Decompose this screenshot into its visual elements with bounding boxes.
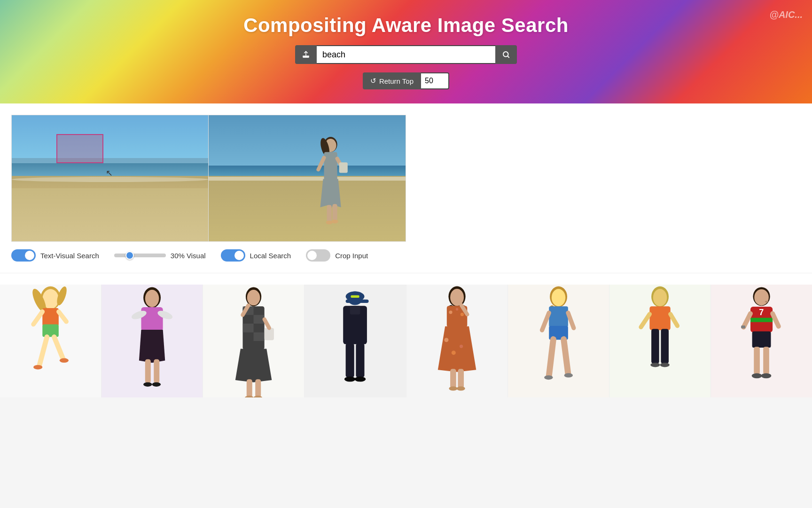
svg-point-67 xyxy=(449,310,452,314)
svg-rect-43 xyxy=(254,333,265,341)
svg-line-21 xyxy=(33,312,42,325)
search-input[interactable] xyxy=(317,45,495,64)
svg-point-61 xyxy=(355,377,366,382)
svg-rect-6 xyxy=(324,152,337,180)
svg-point-69 xyxy=(460,313,463,316)
preview-right-image[interactable] xyxy=(209,115,406,242)
result-figure-3 xyxy=(203,285,304,397)
svg-marker-44 xyxy=(235,349,272,382)
result-figure-4 xyxy=(304,285,406,397)
svg-point-70 xyxy=(451,318,453,320)
crop-input-toggle[interactable] xyxy=(306,249,330,262)
svg-marker-71 xyxy=(437,326,476,372)
local-search-toggle[interactable] xyxy=(221,249,245,262)
app-title: Compositing Aware Image Search xyxy=(243,14,569,37)
svg-line-86 xyxy=(563,339,568,373)
svg-line-107 xyxy=(743,314,750,327)
text-visual-search-group: Text-Visual Search xyxy=(11,249,99,262)
svg-point-60 xyxy=(344,377,356,382)
search-row xyxy=(295,45,517,64)
result-card[interactable] xyxy=(508,285,609,397)
upload-button[interactable] xyxy=(295,45,317,64)
svg-point-112 xyxy=(752,373,762,378)
svg-point-99 xyxy=(660,363,669,367)
svg-line-96 xyxy=(641,314,649,327)
watermark: @AIC... xyxy=(769,9,803,20)
svg-line-7 xyxy=(319,158,324,169)
svg-rect-93 xyxy=(649,306,670,330)
svg-line-2 xyxy=(508,56,509,57)
controls-row: Text-Visual Search 30% Visual Local Sear… xyxy=(0,242,812,273)
svg-point-90 xyxy=(564,373,572,377)
return-top-input[interactable] xyxy=(421,72,449,89)
visual-percentage-group: 30% Visual xyxy=(114,249,206,262)
svg-line-22 xyxy=(59,312,66,322)
svg-point-72 xyxy=(444,338,448,342)
text-visual-search-label: Text-Visual Search xyxy=(40,252,99,260)
crop-input-group: Crop Input xyxy=(306,249,368,262)
svg-point-89 xyxy=(544,375,553,380)
main-content: ↖ xyxy=(0,103,812,397)
result-card[interactable] xyxy=(102,285,203,397)
result-card[interactable] xyxy=(609,285,711,397)
result-figure-7 xyxy=(609,285,710,397)
svg-rect-76 xyxy=(450,369,456,388)
svg-rect-54 xyxy=(346,300,369,303)
svg-point-36 xyxy=(152,382,161,387)
svg-rect-42 xyxy=(243,324,254,332)
svg-rect-57 xyxy=(350,306,360,314)
search-button[interactable] xyxy=(495,45,517,64)
svg-text:7: 7 xyxy=(759,308,764,317)
svg-point-74 xyxy=(451,350,455,355)
svg-rect-33 xyxy=(145,359,151,383)
svg-point-1 xyxy=(503,52,508,57)
svg-line-87 xyxy=(542,313,549,330)
svg-point-26 xyxy=(60,358,69,363)
text-visual-search-toggle[interactable] xyxy=(11,249,36,262)
preview-section: ↖ xyxy=(0,103,812,242)
svg-rect-29 xyxy=(141,307,163,331)
preview-person-figure xyxy=(293,134,368,229)
svg-point-38 xyxy=(247,290,260,305)
svg-rect-58 xyxy=(346,343,354,377)
svg-rect-111 xyxy=(763,347,769,374)
result-card[interactable] xyxy=(406,285,508,397)
svg-rect-59 xyxy=(356,343,365,377)
svg-line-85 xyxy=(549,339,553,376)
return-row: ↺ Return Top xyxy=(363,72,449,89)
svg-line-108 xyxy=(773,314,779,326)
svg-point-14 xyxy=(332,220,338,223)
result-card[interactable]: 7 xyxy=(711,285,812,397)
svg-rect-11 xyxy=(327,205,332,222)
svg-rect-19 xyxy=(42,308,59,326)
svg-rect-12 xyxy=(333,204,337,221)
svg-point-101 xyxy=(754,289,769,305)
return-top-button[interactable]: ↺ Return Top xyxy=(363,72,421,89)
svg-point-113 xyxy=(761,373,772,378)
result-card[interactable] xyxy=(304,285,406,397)
svg-rect-110 xyxy=(754,347,760,374)
visual-percentage-label: 30% Visual xyxy=(171,252,206,260)
svg-line-97 xyxy=(670,314,677,326)
svg-rect-20 xyxy=(42,324,59,337)
svg-rect-109 xyxy=(741,325,745,328)
svg-rect-77 xyxy=(458,369,464,388)
preview-left-image[interactable]: ↖ xyxy=(11,115,209,242)
svg-rect-49 xyxy=(256,379,261,397)
local-search-group: Local Search xyxy=(221,249,291,262)
svg-point-79 xyxy=(456,386,465,390)
crop-box[interactable] xyxy=(56,134,103,163)
result-card[interactable] xyxy=(203,285,304,397)
return-icon: ↺ xyxy=(370,77,376,85)
svg-point-25 xyxy=(33,365,42,370)
result-card[interactable] xyxy=(0,285,102,397)
svg-line-88 xyxy=(568,313,573,328)
result-figure-6 xyxy=(508,285,609,397)
svg-marker-32 xyxy=(139,330,165,363)
visual-range-thumb[interactable] xyxy=(125,251,134,260)
svg-point-13 xyxy=(326,221,333,224)
svg-rect-106 xyxy=(752,332,771,348)
svg-point-35 xyxy=(143,382,152,387)
svg-rect-83 xyxy=(549,306,568,327)
svg-rect-94 xyxy=(651,329,659,364)
